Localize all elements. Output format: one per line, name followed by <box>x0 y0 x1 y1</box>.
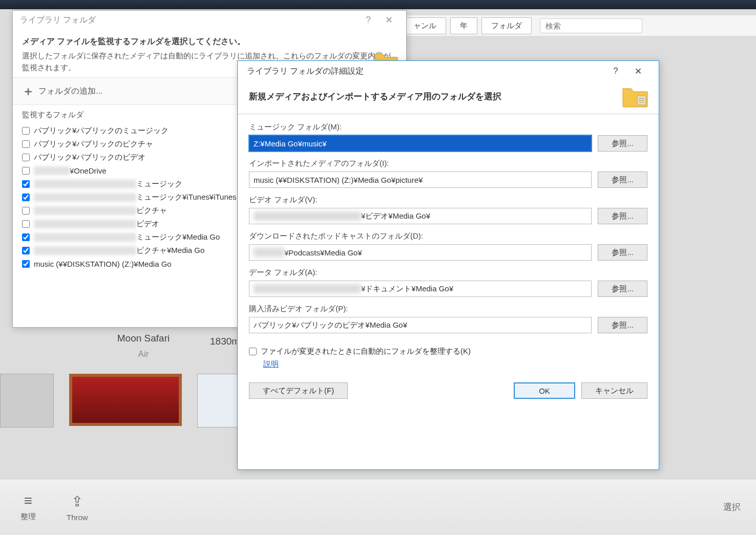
advanced-folder-dialog: ライブラリ フォルダの詳細設定 ? ✕ 新規メディアおよびインポートするメディア… <box>237 60 659 470</box>
folder-checkbox[interactable] <box>22 194 30 201</box>
folder-path-suffix: ミュージック¥Media Go <box>136 232 220 242</box>
folder-checkbox[interactable] <box>22 233 30 241</box>
data-browse-button[interactable]: 参照... <box>598 281 647 297</box>
folder-path-suffix: ¥OneDrive <box>70 166 107 175</box>
pvideo-folder-input[interactable] <box>249 317 592 333</box>
import-folder-input[interactable] <box>249 172 592 188</box>
redacted-text <box>254 248 284 257</box>
folder-checkbox[interactable] <box>22 167 30 175</box>
folder-path-label: パブリック¥パブリックのピクチャ <box>34 139 153 149</box>
all-default-button[interactable]: すべてデフォルト(F) <box>249 382 348 399</box>
import-browse-button[interactable]: 参照... <box>598 172 647 188</box>
album-artist: Air <box>77 349 210 359</box>
path-suffix: ¥ドキュメント¥Media Go¥ <box>361 284 453 294</box>
redacted-text <box>34 180 136 188</box>
redacted-text <box>34 220 136 228</box>
tab-channel[interactable]: ャンル <box>404 17 446 34</box>
redacted-text <box>34 193 136 202</box>
throw-icon: ⇪ <box>71 493 83 510</box>
folder-path-suffix: ミュージック <box>136 179 182 189</box>
music-browse-button[interactable]: 参照... <box>598 135 647 152</box>
folder-path-label: パブリック¥パブリックのビデオ <box>34 153 145 162</box>
explain-link[interactable]: 説明 <box>263 359 279 368</box>
ok-button[interactable]: OK <box>514 382 575 399</box>
path-suffix: ¥ビデオ¥Media Go¥ <box>361 211 430 221</box>
redacted-text <box>34 166 70 175</box>
music-folder-input[interactable] <box>249 135 592 152</box>
app-topbar <box>0 0 756 9</box>
folder-path-suffix: ミュージック¥iTunes¥iTunes M <box>136 192 245 202</box>
auto-organize-checkbox[interactable] <box>249 348 257 355</box>
folder-path-suffix: ビデオ <box>136 219 159 229</box>
organize-label: 整理 <box>20 512 36 522</box>
album-title: Moon Safari <box>77 333 210 344</box>
redacted-text <box>254 284 361 293</box>
dialog-heading: メディア ファイルを監視するフォルダを選択してください。 <box>22 36 397 47</box>
folder-checkbox[interactable] <box>22 220 30 228</box>
auto-organize-label: ファイルが変更されたときに自動的にフォルダを整理する(K) <box>261 347 471 356</box>
redacted-text <box>34 206 136 215</box>
podcast-folder-label: ダウンロードされたポッドキャストのフォルダ(D): <box>249 231 647 241</box>
redacted-text <box>254 211 361 221</box>
search-input[interactable] <box>540 18 642 33</box>
album-thumb[interactable] <box>69 374 182 426</box>
podcast-folder-input[interactable]: ¥Podcasts¥Media Go¥ <box>249 244 592 261</box>
data-folder-label: データ フォルダ(A): <box>249 268 647 277</box>
video-browse-button[interactable]: 参照... <box>598 208 647 224</box>
folder-checkbox[interactable] <box>22 207 30 215</box>
dialog-titlebar[interactable]: ライブラリ フォルダの詳細設定 ? ✕ <box>238 61 659 81</box>
folder-icon <box>622 83 648 108</box>
close-button[interactable]: ✕ <box>379 14 399 26</box>
add-folder-label: フォルダの追加... <box>38 86 102 97</box>
throw-label: Throw <box>67 513 88 522</box>
import-folder-label: インポートされたメディアのフォルダ(I): <box>249 159 647 168</box>
plus-icon: ＋ <box>22 83 34 99</box>
stack-icon: ≡ <box>24 493 32 509</box>
throw-button[interactable]: ⇪ Throw <box>67 493 88 522</box>
album-thumb[interactable] <box>0 374 54 427</box>
album-meta: 1830m <box>210 336 240 347</box>
pvideo-folder-label: 購入済みビデオ フォルダ(P): <box>249 304 647 314</box>
help-button[interactable]: ? <box>358 15 379 26</box>
organize-button[interactable]: ≡ 整理 <box>20 493 36 522</box>
pvideo-browse-button[interactable]: 参照... <box>598 317 647 333</box>
cancel-button[interactable]: キャンセル <box>581 382 647 399</box>
close-button[interactable]: ✕ <box>627 66 649 77</box>
folder-checkbox[interactable] <box>22 140 30 148</box>
help-button[interactable]: ? <box>604 66 627 76</box>
folder-checkbox[interactable] <box>22 154 30 161</box>
folder-checkbox[interactable] <box>22 260 30 268</box>
bottom-toolbar: ≡ 整理 ⇪ Throw 選択 <box>0 479 756 535</box>
dialog-title: ライブラリ フォルダの詳細設定 <box>247 66 364 77</box>
video-folder-label: ビデオ フォルダ(V): <box>249 195 647 205</box>
music-folder-label: ミュージック フォルダ(M): <box>249 122 647 132</box>
podcast-browse-button[interactable]: 参照... <box>598 244 647 261</box>
folder-path-label: music (¥¥DISKSTATION) (Z:)¥Media Go <box>34 260 172 268</box>
dialog-title: ライブラリ フォルダ <box>20 15 96 26</box>
folder-path-suffix: ピクチャ <box>136 206 167 216</box>
folder-checkbox[interactable] <box>22 127 30 135</box>
redacted-text <box>34 233 136 242</box>
video-folder-input[interactable]: ¥ビデオ¥Media Go¥ <box>249 208 592 224</box>
album-grid <box>0 374 251 427</box>
data-folder-input[interactable]: ¥ドキュメント¥Media Go¥ <box>249 281 592 297</box>
folder-checkbox[interactable] <box>22 180 30 188</box>
folder-path-label: パブリック¥パブリックのミュージック <box>34 126 169 136</box>
folder-path-suffix: ピクチャ¥Media Go <box>136 246 204 255</box>
dialog-heading: 新規メディアおよびインポートするメディア用のフォルダを選択 <box>249 91 647 102</box>
dialog-titlebar[interactable]: ライブラリ フォルダ ? ✕ <box>13 11 406 29</box>
tab-year[interactable]: 年 <box>450 17 477 34</box>
path-suffix: ¥Podcasts¥Media Go¥ <box>284 248 362 257</box>
redacted-text <box>34 246 136 255</box>
tab-folder[interactable]: フォルダ <box>481 17 532 34</box>
selection-label: 選択 <box>723 501 741 513</box>
folder-checkbox[interactable] <box>22 247 30 254</box>
view-tab-bar: ャンル 年 フォルダ <box>400 15 756 36</box>
